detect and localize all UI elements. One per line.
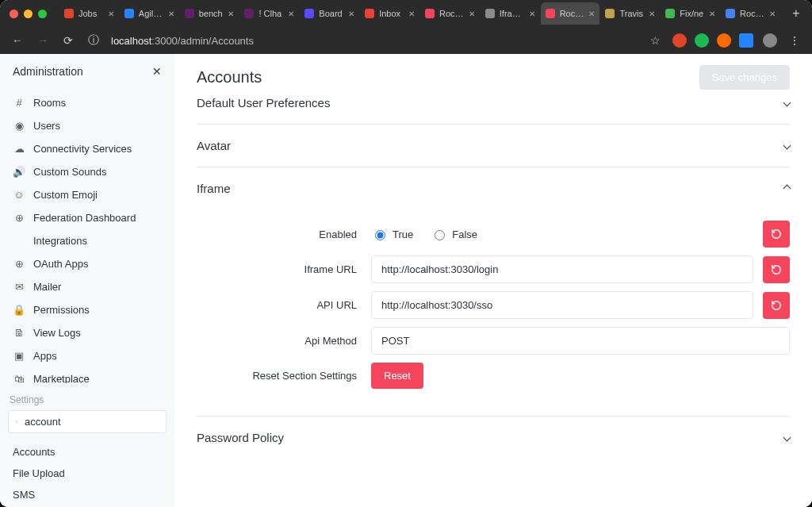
radio-false-label: False bbox=[452, 229, 477, 240]
back-button[interactable]: ← bbox=[10, 34, 25, 47]
api-url-input[interactable] bbox=[371, 291, 753, 319]
forward-button: → bbox=[35, 34, 51, 47]
close-admin-button[interactable]: ✕ bbox=[152, 65, 162, 78]
browser-tab[interactable]: Iframe✕ bbox=[481, 2, 540, 25]
sidebar-item-connectivity-services[interactable]: ☁Connectivity Services bbox=[6, 138, 168, 159]
reload-button[interactable]: ⟳ bbox=[60, 34, 76, 47]
enabled-true-input[interactable] bbox=[375, 230, 385, 240]
enabled-false-radio[interactable]: False bbox=[431, 228, 477, 240]
close-window-icon[interactable] bbox=[10, 10, 18, 18]
sidebar-item-rooms[interactable]: #Rooms bbox=[6, 92, 168, 113]
tab-close-icon[interactable]: ✕ bbox=[408, 10, 415, 18]
browser-tab[interactable]: Board✕ bbox=[300, 2, 359, 25]
browser-tab[interactable]: bench✕ bbox=[180, 2, 239, 25]
tab-close-icon[interactable]: ✕ bbox=[168, 10, 174, 18]
lock-icon: 🔒 bbox=[13, 304, 25, 316]
profile-avatar[interactable] bbox=[763, 33, 777, 48]
section-avatar[interactable]: Avatar bbox=[197, 125, 790, 167]
cloud-icon: ☁ bbox=[13, 143, 25, 155]
sidebar-item-label: Marketplace bbox=[33, 373, 90, 383]
tab-title: Rocke bbox=[439, 9, 464, 18]
site-info-icon[interactable]: ⓘ bbox=[86, 33, 102, 48]
tab-close-icon[interactable]: ✕ bbox=[709, 10, 715, 18]
browser-tab[interactable]: Rocke✕ bbox=[541, 2, 600, 25]
browser-menu-icon[interactable]: ⋮ bbox=[787, 34, 802, 47]
address-bar[interactable]: localhost:3000/admin/Accounts bbox=[111, 35, 638, 47]
favicon-icon bbox=[665, 9, 675, 18]
tab-close-icon[interactable]: ✕ bbox=[469, 10, 475, 18]
reset-section-button[interactable]: Reset bbox=[371, 363, 423, 389]
chevron-up-icon bbox=[783, 185, 791, 193]
browser-tab[interactable]: Inbox✕ bbox=[360, 2, 419, 25]
browser-tab[interactable]: Rocke✕ bbox=[721, 2, 780, 25]
user-icon: ◉ bbox=[13, 120, 25, 132]
sidebar-title: Administration bbox=[13, 65, 83, 78]
favicon-icon bbox=[546, 9, 555, 18]
favicon-icon bbox=[365, 9, 374, 18]
sidebar-item-apps[interactable]: ▣Apps bbox=[6, 345, 168, 367]
settings-result-file-upload[interactable]: File Upload bbox=[6, 463, 168, 484]
tab-close-icon[interactable]: ✕ bbox=[529, 10, 535, 18]
settings-search-input[interactable] bbox=[23, 415, 159, 428]
tab-close-icon[interactable]: ✕ bbox=[348, 10, 354, 18]
sidebar-item-custom-emoji[interactable]: ☺Custom Emoji bbox=[6, 184, 168, 205]
sidebar-item-oauth-apps[interactable]: ⊕OAuth Apps bbox=[6, 253, 168, 275]
ext-icon-4[interactable] bbox=[739, 33, 753, 48]
api-method-input[interactable] bbox=[371, 327, 790, 355]
new-tab-button[interactable]: + bbox=[787, 4, 806, 23]
reset-api-url-button[interactable] bbox=[763, 292, 790, 319]
sound-icon: 🔊 bbox=[13, 166, 25, 178]
sidebar-item-label: Mailer bbox=[33, 281, 61, 293]
settings-search[interactable] bbox=[8, 410, 167, 433]
sidebar-item-permissions[interactable]: 🔒Permissions bbox=[6, 299, 168, 321]
maximize-window-icon[interactable] bbox=[38, 10, 47, 18]
tab-close-icon[interactable]: ✕ bbox=[649, 10, 655, 18]
url-host: localhost bbox=[111, 35, 151, 47]
enabled-true-radio[interactable]: True bbox=[371, 228, 413, 240]
favicon-icon bbox=[485, 9, 495, 18]
browser-tab[interactable]: Rocke✕ bbox=[420, 2, 480, 25]
sidebar-item-federation-dashboard[interactable]: ⊕Federation Dashboard bbox=[6, 207, 168, 229]
sidebar-item-label: Integrations bbox=[33, 235, 87, 247]
iframe-url-input[interactable] bbox=[371, 255, 753, 283]
ext-icon-1[interactable] bbox=[672, 33, 687, 48]
ext-icon-2[interactable] bbox=[695, 33, 709, 48]
browser-tab[interactable]: Travis✕ bbox=[600, 2, 660, 25]
tab-close-icon[interactable]: ✕ bbox=[228, 10, 234, 18]
sidebar-item-label: OAuth Apps bbox=[33, 258, 88, 270]
radio-true-label: True bbox=[393, 229, 413, 240]
section-iframe[interactable]: Iframe bbox=[197, 167, 790, 209]
sidebar-item-mailer[interactable]: ✉Mailer bbox=[6, 276, 168, 298]
favicon-icon bbox=[425, 9, 435, 18]
reset-enabled-button[interactable] bbox=[763, 221, 790, 248]
sidebar-item-marketplace[interactable]: 🛍Marketplace bbox=[6, 368, 168, 383]
page-title: Accounts bbox=[197, 68, 262, 86]
api-url-label: API URL bbox=[197, 299, 371, 311]
tab-title: ! Clha bbox=[259, 9, 283, 18]
sidebar-item-integrations[interactable]: Integrations bbox=[6, 230, 168, 252]
minimize-window-icon[interactable] bbox=[24, 10, 33, 18]
bookmark-icon[interactable]: ☆ bbox=[647, 34, 663, 47]
sidebar-item-label: Custom Sounds bbox=[33, 166, 107, 178]
section-default-user-preferences[interactable]: Default User Preferences bbox=[197, 90, 790, 124]
browser-tab[interactable]: Agile F✕ bbox=[120, 2, 179, 25]
tab-close-icon[interactable]: ✕ bbox=[588, 10, 595, 18]
browser-tab[interactable]: Jobs✕ bbox=[59, 2, 119, 25]
enabled-false-input[interactable] bbox=[435, 230, 445, 240]
sidebar-item-view-logs[interactable]: 🗎View Logs bbox=[6, 322, 168, 344]
tab-close-icon[interactable]: ✕ bbox=[108, 10, 114, 18]
ext-icon-3[interactable] bbox=[717, 33, 731, 48]
browser-tab[interactable]: Fix/ne✕ bbox=[661, 2, 720, 25]
sidebar-item-users[interactable]: ◉Users bbox=[6, 115, 168, 136]
settings-result-sms[interactable]: SMS bbox=[6, 484, 168, 505]
tab-title: Inbox bbox=[379, 9, 404, 18]
tab-close-icon[interactable]: ✕ bbox=[288, 10, 294, 18]
browser-tab[interactable]: ! Clha✕ bbox=[239, 2, 299, 25]
sidebar-item-custom-sounds[interactable]: 🔊Custom Sounds bbox=[6, 161, 168, 182]
settings-result-accounts[interactable]: Accounts bbox=[6, 441, 168, 463]
section-password-policy[interactable]: Password Policy bbox=[197, 417, 790, 459]
reset-iframe-url-button[interactable] bbox=[763, 256, 790, 283]
section-title: Iframe bbox=[197, 182, 231, 195]
tab-close-icon[interactable]: ✕ bbox=[769, 10, 776, 18]
section-title: Avatar bbox=[197, 139, 231, 152]
